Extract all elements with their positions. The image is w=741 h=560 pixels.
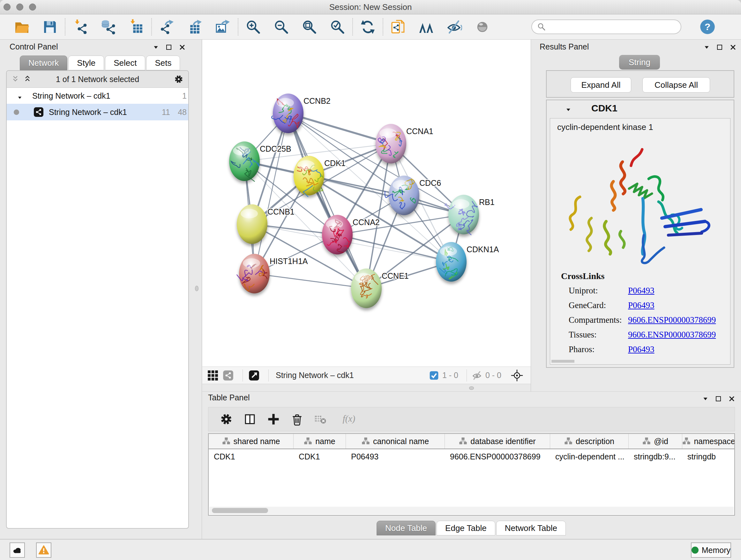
hide-selected-button[interactable] <box>447 19 462 35</box>
close-panel-icon[interactable] <box>728 395 736 402</box>
network-node-ccnb1[interactable] <box>237 204 267 244</box>
network-node-ccna2[interactable] <box>322 215 353 254</box>
collapse-all-button[interactable]: Collapse All <box>643 77 710 92</box>
tab-select[interactable]: Select <box>105 56 145 70</box>
tab-style[interactable]: Style <box>68 56 104 70</box>
open-session-button[interactable] <box>14 19 30 35</box>
left-splitter-handle[interactable] <box>195 286 199 291</box>
network-row-selected[interactable]: String Network – cdk1 11 48 <box>7 104 188 120</box>
network-node-ccne1[interactable] <box>351 268 382 308</box>
crosslink-link[interactable]: P06493 <box>628 298 655 313</box>
float-panel-icon[interactable] <box>702 395 709 402</box>
add-column-icon[interactable] <box>266 412 280 426</box>
column-header-database-identifier[interactable]: database identifier <box>445 434 550 449</box>
network-node-cdc6[interactable] <box>385 176 419 215</box>
node-label: CCNB2 <box>304 97 331 105</box>
crosslink-link[interactable]: 9606.ENSP00000378699 <box>628 327 716 342</box>
help-button[interactable]: ? <box>699 18 716 35</box>
crosslink-link[interactable]: P06493 <box>628 342 655 357</box>
delete-column-icon[interactable] <box>290 412 304 426</box>
collection-expander-icon[interactable] <box>17 93 23 99</box>
tab-node-table[interactable]: Node Table <box>377 521 435 536</box>
maximize-panel-icon[interactable] <box>716 44 724 51</box>
column-header-description[interactable]: description <box>550 434 629 449</box>
maximize-panel-icon[interactable] <box>165 44 173 51</box>
memory-button[interactable]: Memory <box>691 543 731 558</box>
crosslink-link[interactable]: 9606.ENSP00000378699 <box>628 313 716 327</box>
zoom-out-button[interactable] <box>273 19 289 35</box>
network-view-toolbar: String Network – cdk1 1 - 0 0 - 0 <box>202 367 531 384</box>
expand-all-button[interactable]: Expand All <box>570 77 631 92</box>
svg-text:?: ? <box>704 21 711 32</box>
control-panel: Control Panel NetworkStyleSelectSets 1 o… <box>0 40 202 539</box>
tab-network[interactable]: Network <box>20 56 67 70</box>
import-network-file-button[interactable] <box>72 19 88 35</box>
crosslink-link[interactable]: P06493 <box>628 283 655 298</box>
export-network-button[interactable] <box>159 19 175 35</box>
network-badge-icon[interactable] <box>222 369 234 381</box>
table-cell: stringdb:9... <box>629 449 682 464</box>
network-label: String Network – cdk1 <box>49 104 127 120</box>
collapse-all-networks-icon[interactable] <box>11 75 19 83</box>
save-session-button[interactable] <box>42 19 58 35</box>
zoom-fit-button[interactable] <box>301 19 317 35</box>
network-node-cdkn1a[interactable] <box>436 242 467 282</box>
show-all-button[interactable] <box>475 19 490 35</box>
close-window-button[interactable] <box>3 3 10 10</box>
close-panel-icon[interactable] <box>729 44 737 51</box>
horizontal-splitter[interactable] <box>202 384 531 391</box>
column-label: canonical name <box>373 437 429 446</box>
birdseye-view-icon[interactable] <box>511 369 523 381</box>
first-neighbors-button[interactable] <box>418 19 434 35</box>
tab-network-table[interactable]: Network Table <box>496 521 566 536</box>
cloud-button[interactable] <box>10 543 25 558</box>
search-field[interactable] <box>531 19 681 34</box>
zoom-window-button[interactable] <box>29 3 36 10</box>
show-columns-icon[interactable] <box>243 412 257 426</box>
scrollbar-thumb[interactable] <box>212 508 268 513</box>
apply-layout-button[interactable] <box>360 19 376 35</box>
tab-sets[interactable]: Sets <box>146 56 180 70</box>
clone-network-button[interactable] <box>390 19 406 35</box>
float-panel-icon[interactable] <box>703 44 710 51</box>
network-node-ccna1[interactable] <box>376 124 406 164</box>
section-expander-icon[interactable] <box>565 107 571 113</box>
selected-checkbox-icon[interactable] <box>429 370 439 381</box>
column-header-shared-name[interactable]: shared name <box>209 434 293 449</box>
network-list-options-icon[interactable] <box>174 74 184 84</box>
tab-edge-table[interactable]: Edge Table <box>436 521 495 536</box>
export-table-button[interactable] <box>187 19 203 35</box>
table-hscrollbar[interactable] <box>209 507 734 514</box>
column-header-namespace[interactable]: namespace <box>682 434 735 449</box>
network-canvas[interactable]: CCNB2CCNA1CDC25BCDK1CDC6RB1CCNB1CCNA2CDK… <box>202 40 531 367</box>
crosslink-label: Pharos: <box>569 342 595 357</box>
zoom-selected-button[interactable] <box>330 19 345 35</box>
column-header-canonical-name[interactable]: canonical name <box>346 434 445 449</box>
network-node-ccnb2[interactable] <box>272 94 304 133</box>
zoom-in-button[interactable] <box>246 19 261 35</box>
crosslink-label: Uniprot: <box>569 283 598 298</box>
warnings-button[interactable] <box>36 543 51 558</box>
column-type-icon <box>361 437 370 445</box>
network-node-hist1h1a[interactable] <box>237 254 270 294</box>
tab-string[interactable]: String <box>619 55 660 70</box>
float-panel-icon[interactable] <box>152 44 159 51</box>
node-table[interactable]: shared namenamecanonical namedatabase id… <box>208 433 735 516</box>
maximize-panel-icon[interactable] <box>715 395 722 402</box>
network-node-cdc25b[interactable] <box>229 141 260 181</box>
search-input[interactable] <box>549 22 676 32</box>
detach-view-icon[interactable] <box>248 369 260 381</box>
import-table-button[interactable] <box>129 19 144 35</box>
expand-all-networks-icon[interactable] <box>23 75 31 83</box>
hidden-eye-icon[interactable] <box>472 370 482 381</box>
export-image-button[interactable] <box>215 19 231 35</box>
minimize-window-button[interactable] <box>16 3 23 10</box>
table-row[interactable]: CDK1CDK1P064939606.ENSP00000378699cyclin… <box>209 449 734 464</box>
import-network-database-button[interactable] <box>100 19 116 35</box>
column-header-name[interactable]: name <box>293 434 346 449</box>
table-options-icon[interactable] <box>219 412 233 426</box>
network-collection-row[interactable]: String Network – cdk1 1 <box>7 88 188 104</box>
grid-view-icon[interactable] <box>207 369 219 381</box>
close-panel-icon[interactable] <box>179 44 186 51</box>
column-header--id[interactable]: @id <box>629 434 682 449</box>
